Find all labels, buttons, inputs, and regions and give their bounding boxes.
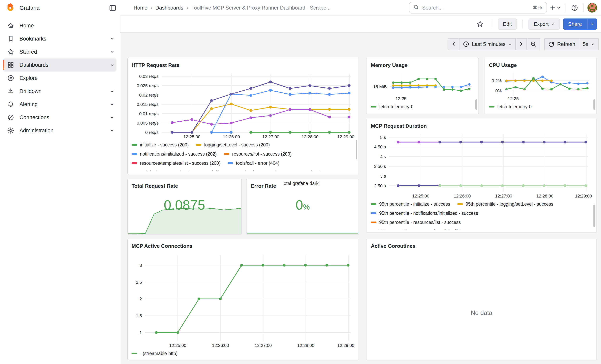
sidebar-item-connections[interactable]: Connections xyxy=(3,111,116,124)
legend-scrollbar[interactable] xyxy=(593,99,595,110)
panel-mcp-request-duration: MCP Request Duration 5 s4.50 s4 s3.50 s3… xyxy=(367,119,597,233)
legend-item[interactable]: unknown - success (200) xyxy=(262,170,321,171)
svg-text:12:29:00: 12:29:00 xyxy=(575,194,592,198)
help-icon[interactable] xyxy=(568,2,581,13)
search-placeholder: Search... xyxy=(422,5,530,11)
svg-text:12:28:00: 12:28:00 xyxy=(536,194,553,198)
sidebar-nav: HomeBookmarksStarredDashboardsExploreDri… xyxy=(0,16,120,364)
svg-text:3: 3 xyxy=(140,263,142,268)
sidebar-item-home[interactable]: Home xyxy=(3,19,116,32)
legend-row: 95th percentile - resources/templates/li… xyxy=(371,227,593,230)
legend-label: tools/call - error (404) xyxy=(236,160,280,166)
active-accent-bar xyxy=(3,60,4,70)
legend-item[interactable]: - (streamable-http) xyxy=(131,351,178,356)
time-range-group: Last 5 minutes xyxy=(448,38,540,50)
panel-memory-usage: Memory Usage 16 MiB12:25 fetch-telemetry… xyxy=(367,58,479,114)
error-rate-sparkline[interactable] xyxy=(247,229,358,234)
zoom-out-button[interactable] xyxy=(527,38,540,50)
memory-usage-chart[interactable]: 16 MiB12:25 xyxy=(370,70,475,102)
time-shift-back-button[interactable] xyxy=(448,38,460,50)
legend-item[interactable]: tools/list - success (200) xyxy=(197,170,255,171)
export-button[interactable]: Export xyxy=(529,19,560,30)
sidebar-item-dashboards[interactable]: Dashboards xyxy=(3,59,116,71)
legend-row: resources/templates/list - success (200)… xyxy=(131,158,355,168)
edit-button[interactable]: Edit xyxy=(498,19,517,30)
top-bar-left: Grafana xyxy=(0,0,120,16)
svg-text:16 MiB: 16 MiB xyxy=(373,84,387,89)
legend-row: fetch-telemetry-0 xyxy=(371,102,475,111)
chevron-down-icon[interactable] xyxy=(110,128,114,133)
time-range-picker[interactable]: Last 5 minutes xyxy=(460,38,516,50)
memory-usage-legend: fetch-telemetry-0 xyxy=(370,102,475,111)
svg-text:12:28:00: 12:28:00 xyxy=(297,343,314,348)
chevron-down-icon[interactable] xyxy=(110,115,114,119)
mcp-request-duration-chart[interactable]: 5 s4.50 s4 s3.50 s3 s2.50 s12:25:0012:26… xyxy=(370,131,593,199)
sidebar-item-starred[interactable]: Starred xyxy=(3,45,116,59)
time-controls: Last 5 minutes Refresh 5s xyxy=(448,38,599,50)
legend-item[interactable]: 95th percentile - logging/setLevel - suc… xyxy=(457,201,553,207)
panel-title[interactable]: HTTP Request Rate xyxy=(131,62,355,70)
legend-item[interactable]: tools/call - success (200) xyxy=(131,170,190,171)
legend-item[interactable]: tools/call - error (404) xyxy=(228,160,280,166)
refresh-icon xyxy=(548,41,554,47)
sidebar-item-drilldown[interactable]: Drilldown xyxy=(3,85,116,98)
panel-title[interactable]: Active Goroutines xyxy=(370,242,593,251)
legend-scrollbar[interactable] xyxy=(593,205,595,227)
favorite-star-icon[interactable] xyxy=(474,19,486,30)
legend-item[interactable]: 95th percentile - resources/templates/li… xyxy=(371,229,482,230)
grafana-logo-icon[interactable] xyxy=(6,3,15,13)
legend-item[interactable]: 95th percentile - notifications/initiali… xyxy=(371,211,478,216)
legend-item[interactable]: resources/templates/list - success (200) xyxy=(131,160,220,166)
legend-item[interactable]: initialize - success (200) xyxy=(131,142,189,148)
user-avatar[interactable] xyxy=(588,3,597,12)
svg-text:3.50 s: 3.50 s xyxy=(374,164,386,169)
svg-text:0%: 0% xyxy=(495,89,502,93)
legend-scrollbar[interactable] xyxy=(475,99,477,110)
legend-item[interactable]: 95th percentile - resources/list - succe… xyxy=(371,220,461,225)
share-options-button[interactable] xyxy=(587,19,597,30)
panel-title[interactable]: Memory Usage xyxy=(370,62,475,70)
chevron-down-icon[interactable] xyxy=(110,89,114,93)
legend-scrollbar[interactable] xyxy=(356,140,357,159)
legend-swatch xyxy=(224,153,229,155)
legend-label: logging/setLevel - success (200) xyxy=(204,142,270,148)
http-request-rate-chart[interactable]: 0.03 req/s0.025 req/s0.02 req/s0.015 req… xyxy=(131,70,355,140)
sidebar-item-explore[interactable]: Explore xyxy=(3,71,116,85)
sidebar-item-label: Connections xyxy=(20,114,49,121)
mcp-request-duration-legend: 95th percentile - initialize - success95… xyxy=(370,199,593,230)
legend-label: 95th percentile - notifications/initiali… xyxy=(379,211,478,216)
legend-label: resources/templates/list - success (200) xyxy=(140,160,220,166)
panel-title[interactable]: CPU Usage xyxy=(488,62,593,70)
refresh-group: Refresh 5s xyxy=(544,38,599,50)
legend-item[interactable]: 95th percentile - initialize - success xyxy=(371,201,450,207)
chevron-down-icon[interactable] xyxy=(110,102,114,106)
breadcrumb-home[interactable]: Home xyxy=(134,5,147,11)
panel-title[interactable]: Total Request Rate xyxy=(131,182,238,191)
time-shift-forward-button[interactable] xyxy=(516,38,527,50)
legend-item[interactable]: fetch-telemetry-0 xyxy=(489,104,532,109)
sidebar-item-bookmarks[interactable]: Bookmarks xyxy=(3,32,116,45)
refresh-button[interactable]: Refresh xyxy=(544,38,579,50)
sidebar-item-alerting[interactable]: Alerting xyxy=(3,98,116,111)
chevron-down-icon[interactable] xyxy=(110,63,114,67)
sidebar-item-label: Alerting xyxy=(20,101,38,108)
sidebar-item-administration[interactable]: Administration xyxy=(3,124,116,137)
panel-title[interactable]: MCP Request Duration xyxy=(370,122,593,131)
breadcrumb-dashboards[interactable]: Dashboards xyxy=(155,5,183,11)
error-rate-number: 0 xyxy=(296,197,303,212)
refresh-interval-picker[interactable]: 5s xyxy=(579,38,599,50)
legend-item[interactable]: logging/setLevel - success (200) xyxy=(196,142,270,148)
sidebar-toggle-icon[interactable] xyxy=(109,5,116,11)
mcp-active-connections-chart[interactable]: 32.521.5112:25:0012:26:0012:27:0012:28:0… xyxy=(131,251,355,349)
search-input[interactable]: Search... ⌘+k xyxy=(409,2,547,13)
chevron-down-icon[interactable] xyxy=(110,37,114,41)
share-button[interactable]: Share xyxy=(563,19,587,30)
panel-title[interactable]: MCP Active Connections xyxy=(131,242,355,251)
legend-item[interactable]: notifications/initialized - success (202… xyxy=(131,151,217,157)
legend-item[interactable]: resources/list - success (200) xyxy=(224,151,291,157)
legend-item[interactable]: fetch-telemetry-0 xyxy=(371,104,414,109)
legend-row: 95th percentile - notifications/initiali… xyxy=(371,209,593,218)
chevron-down-icon[interactable] xyxy=(110,50,114,54)
cpu-usage-chart[interactable]: 0.2%0%12:25 xyxy=(488,70,593,102)
add-button[interactable] xyxy=(547,2,563,13)
